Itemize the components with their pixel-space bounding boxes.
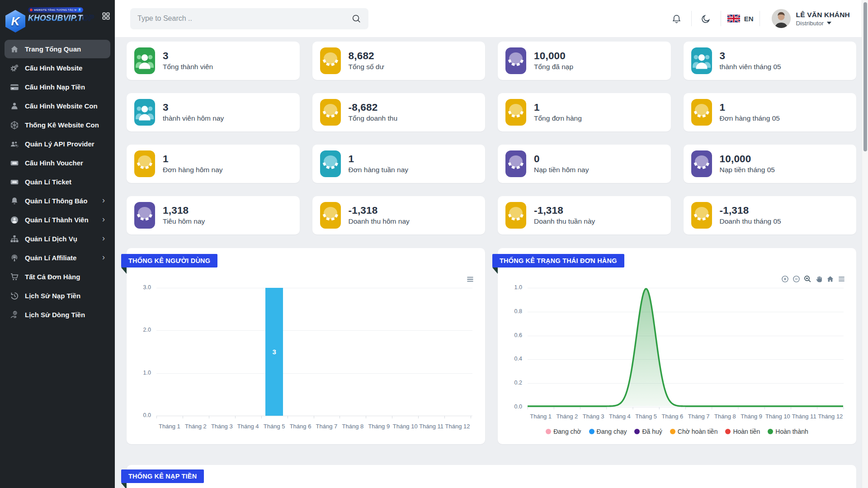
chart-menu-icon[interactable] — [838, 275, 845, 283]
stat-card: 10,000Nạp tiền tháng 05 — [684, 145, 857, 183]
home-reset-icon[interactable] — [826, 275, 834, 283]
search-icon[interactable] — [351, 14, 361, 23]
sidebar-item-11[interactable]: Quản Lí Affiliate› — [5, 249, 110, 267]
coin-icon — [505, 99, 526, 126]
legend-item[interactable]: Đang chạy — [589, 428, 627, 435]
zoom-in-icon[interactable] — [781, 275, 789, 283]
x-axis-label: Tháng 4 — [235, 423, 261, 430]
stat-value: -1,318 — [720, 205, 781, 216]
x-axis-label: Tháng 6 — [659, 413, 685, 420]
legend-item[interactable]: Hoàn tiền — [725, 428, 760, 435]
sidebar-item-10[interactable]: Quản Lí Dịch Vụ› — [5, 230, 110, 248]
legend-label: Đang chờ — [553, 428, 581, 435]
sidebar-item-8[interactable]: Quản Lí Thông Báo› — [5, 192, 110, 210]
gridline — [156, 416, 472, 416]
brand-letter: K — [11, 14, 20, 28]
sidebar-item-1[interactable]: Cấu Hình Website — [5, 59, 110, 77]
stat-text: -1,318Doanh thu hôm nay — [349, 205, 410, 226]
gridline — [156, 330, 472, 331]
stat-text: 1Đơn hàng hôm nay — [163, 154, 223, 174]
notifications-bell-icon[interactable] — [667, 14, 687, 24]
x-axis-label: Tháng 3 — [209, 423, 235, 430]
bell-icon — [10, 197, 19, 206]
stat-text: 1Đơn hàng tháng 05 — [720, 102, 780, 123]
scrollbar-track[interactable] — [862, 0, 868, 488]
stat-text: -1,318Doanh thu tuần này — [534, 205, 595, 226]
selection-zoom-icon[interactable] — [804, 275, 811, 283]
stat-card: 1Đơn hàng tuần nay — [312, 145, 486, 183]
chevron-down-icon — [827, 22, 831, 24]
search-box — [130, 8, 368, 29]
legend-label: Hoàn thành — [775, 428, 808, 435]
sidebar-item-label: Lịch Sử Nạp Tiền — [25, 292, 80, 300]
axis-tick — [156, 416, 157, 418]
stat-card: 3Tổng thành viên — [127, 42, 300, 80]
legend-item[interactable]: Hoàn thành — [768, 428, 808, 435]
user-role-label: Distributor — [796, 20, 824, 27]
sidebar-item-4[interactable]: Thống Kê Website Con — [5, 116, 110, 134]
users-gear-icon — [10, 140, 19, 149]
legend-item[interactable]: Đã huỷ — [634, 428, 662, 435]
user-menu[interactable]: LÊ VĂN KHÁNH Distributor — [772, 9, 850, 28]
sidebar-item-14[interactable]: Lịch Sử Dòng Tiền — [5, 305, 110, 324]
stat-value: 3 — [720, 51, 781, 61]
sidebar-item-6[interactable]: Cấu Hình Voucher — [5, 154, 110, 172]
chevron-right-icon: › — [102, 196, 105, 206]
language-switcher[interactable]: EN — [726, 14, 755, 23]
stat-value: 10,000 — [720, 154, 775, 164]
dark-mode-moon-icon[interactable] — [696, 14, 716, 24]
sitemap-icon — [10, 235, 19, 244]
x-axis-label: Tháng 2 — [554, 413, 580, 420]
legend-item[interactable]: Chờ hoàn tiền — [670, 428, 718, 435]
stat-text: 0Nạp tiền hôm nay — [534, 154, 589, 174]
sidebar-item-3[interactable]: Cấu Hình Website Con — [5, 97, 110, 115]
axis-tick — [392, 416, 392, 418]
sidebar-item-0[interactable]: Trang Tổng Quan — [5, 40, 110, 58]
brand-hexagon-icon: K — [5, 10, 25, 33]
legend-label: Hoàn tiền — [733, 428, 760, 435]
members-icon — [134, 99, 155, 126]
sidebar-item-7[interactable]: Quản Lí Ticket — [5, 173, 110, 191]
history-icon — [10, 291, 19, 300]
axis-tick — [235, 416, 236, 418]
sidebar-item-13[interactable]: Lịch Sử Nạp Tiền — [5, 286, 110, 305]
legend-dot — [768, 429, 773, 434]
podcast-icon — [10, 253, 19, 263]
x-axis-label: Tháng 11 — [418, 423, 444, 430]
sidebar-item-12[interactable]: Tất Cả Đơn Hàng — [5, 267, 110, 286]
chevron-right-icon: › — [102, 215, 105, 225]
stat-value: -1,318 — [349, 205, 410, 216]
pan-hand-icon[interactable] — [815, 275, 823, 283]
axis-tick — [209, 416, 209, 418]
stat-label: Đơn hàng tuần nay — [349, 166, 409, 174]
chart-menu-icon[interactable] — [466, 275, 474, 283]
scrollbar-thumb[interactable] — [863, 2, 867, 151]
stat-text: 3Tổng thành viên — [163, 51, 213, 71]
search-input[interactable] — [137, 14, 351, 23]
main-area: EN — [115, 0, 868, 488]
sidebar-item-label: Quản Lí Thành Viên — [25, 216, 89, 224]
sidebar-item-2[interactable]: Cấu Hình Nạp Tiền — [5, 78, 110, 96]
y-axis-label: 0.0 — [498, 404, 522, 410]
zoom-out-icon[interactable] — [793, 275, 800, 283]
stat-value: -1,318 — [534, 205, 595, 216]
charts-row: THỐNG KÊ NGƯỜI DÙNG 3.02.01.00.0Tháng 1T… — [127, 248, 856, 444]
x-axis-label: Tháng 11 — [791, 413, 817, 420]
sidebar-item-5[interactable]: Quản Lý API Provider — [5, 135, 110, 153]
legend-item[interactable]: Đang chờ — [546, 428, 581, 435]
ribbon-fold — [121, 483, 127, 488]
language-label: EN — [744, 15, 754, 23]
legend-label: Đang chạy — [597, 428, 627, 435]
legend-label: Đã huỷ — [642, 428, 662, 435]
brand-logo[interactable]: K WEBSITE TĂNG TƯƠNG TÁC MẠNG XÃ HỘI UY … — [0, 0, 115, 35]
stat-card: 10,000Tổng đã nạp — [498, 42, 671, 80]
sidebar-item-label: Cấu Hình Nạp Tiền — [25, 83, 85, 91]
axis-tick — [261, 416, 262, 418]
coin-icon — [691, 99, 712, 126]
stat-value: 8,682 — [349, 51, 384, 61]
stat-label: Tổng đã nạp — [534, 63, 573, 71]
home-icon — [10, 45, 19, 54]
apps-grid-icon[interactable] — [102, 12, 110, 22]
sidebar-item-label: Quản Lý API Provider — [25, 140, 94, 148]
sidebar-item-9[interactable]: Quản Lí Thành Viên› — [5, 211, 110, 229]
